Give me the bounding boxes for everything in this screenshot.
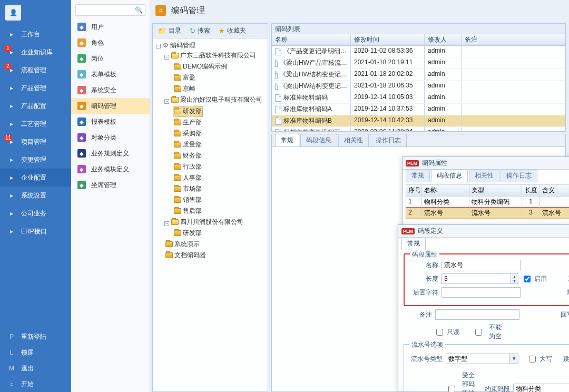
nav-item-1[interactable]: 1▸企业知识库 [0,43,71,61]
tree-node[interactable]: 生产部 [173,117,203,128]
tree-node[interactable]: 人事部 [173,173,203,183]
nav-item-9[interactable]: ▸系统设置 [0,187,71,204]
w2tab-general[interactable]: 常规 [401,237,426,250]
enable-checkbox[interactable]: 启用 [522,274,550,284]
tree-node[interactable]: 京崎 [173,84,197,94]
dtab-log[interactable]: 操作日志 [370,134,407,146]
win1-titlebar[interactable]: PLM 编码属性 — □ ✕ [403,157,569,170]
nav-item-3[interactable]: ▸产品管理 [0,79,71,97]
w1tab-relation[interactable]: 相关性 [469,169,499,182]
nav-item-6[interactable]: 11▸项目管理 [0,133,71,151]
nav-bottom-1[interactable]: L锁屏 [0,345,71,360]
submenu-item-3[interactable]: ◆表单模板 [71,66,150,82]
nav-item-7[interactable]: ▸变更管理 [0,151,71,169]
expand-icon[interactable]: − [156,44,161,48]
tree-node[interactable]: 梁山泊好汉电子科技有限公司 [170,95,263,105]
submenu-item-0[interactable]: ◆用户 [71,19,150,35]
table-row[interactable]: 标准库物料编码B2019-12-14 10:42:33admin [272,115,565,127]
uppercase-check[interactable] [529,356,536,362]
directory-tree[interactable]: −⚙ 编码管理 − 广东三品软件科技有限公司 DEMO编码示例 富盈 京崎 − … [153,38,268,391]
expand-icon[interactable]: − [164,221,169,226]
avatar[interactable]: 👤 [5,5,21,21]
suffix-input[interactable] [442,287,521,298]
expand-icon[interactable]: − [164,55,169,60]
tree-node[interactable]: 市场部 [173,184,203,194]
tree-node[interactable]: 富盈 [173,73,197,83]
tree-root[interactable]: ⚙ 编码管理 [162,41,197,51]
dtab-general[interactable]: 常规 [275,134,299,146]
tab-search[interactable]: ↻搜索 [187,25,213,36]
nav-item-2[interactable]: 2▸流程管理 [0,61,71,79]
submenu-item-4[interactable]: ◆系统安全 [71,82,150,98]
dtab-relation[interactable]: 相关性 [338,134,369,146]
seg-row[interactable]: 2流水号流水号3流水号00 [406,207,569,219]
tab-directory[interactable]: 📁目录 [155,25,184,36]
nav-item-8[interactable]: ▸企业配置 [0,169,71,187]
spin-up-icon[interactable]: ▲ [511,274,518,279]
nav-bottom-2[interactable]: M退出 [0,360,71,376]
nav-item-4[interactable]: ▸产品配置 [0,97,71,115]
full-constraint-check[interactable] [448,386,455,393]
segment-grid[interactable]: 序号 名称 类型 长度 含义 取 1物料分类物料分类编码12流水号流水号3流水号… [406,184,569,219]
table-row[interactable]: 归档文档变更流程工…2020-03-06 11:28:24admin [272,127,565,131]
nav-item-10[interactable]: ▸公司业务 [0,204,71,222]
table-row[interactable]: 《梁山HW产品审核流…2021-01-18 20:19:11admin [272,57,565,69]
w1tab-segment[interactable]: 码段信息 [431,169,468,182]
submenu-item-5[interactable]: ◆编码管理 [71,98,150,114]
length-spinner[interactable]: ▲▼ [442,273,518,284]
table-row[interactable]: 标准库物料编码2019-12-14 10:05:03admin [272,92,565,104]
tree-node[interactable]: 文档编码器 [164,250,207,260]
tree-node[interactable]: DEMO编码示例 [173,62,228,72]
remark-input[interactable] [435,309,519,320]
nav-bottom-0[interactable]: P重新登陆 [0,329,71,345]
dropdown-icon[interactable]: ▼ [509,354,518,364]
col-name[interactable]: 名称 [272,34,351,45]
tree-node[interactable]: 系统演示 [164,239,201,249]
table-row[interactable]: 《梁山HW结构变更记…2021-01-18 20:02:02admin [272,69,565,81]
nav-item-11[interactable]: ▸ERP接口 [0,222,71,240]
seg-col-idx[interactable]: 序号 [406,185,422,196]
sn-type-value[interactable] [446,354,509,364]
code-grid[interactable]: 名称 修改时间 修改人 备注 《产品变更记录明细…2020-11-02 08:5… [272,34,565,131]
search-icon[interactable]: 🔍 [135,6,143,14]
uppercase-checkbox[interactable]: 大写 [527,354,554,364]
tree-node[interactable]: 行政部 [173,162,203,172]
notempty-check[interactable] [475,329,482,336]
submenu-item-9[interactable]: ◆业务模块定义 [71,161,150,177]
win2-titlebar[interactable]: PLM 码段定义 □ ✕ [398,225,569,238]
nav-item-0[interactable]: ▸工作台 [0,25,71,43]
seg-col-mean[interactable]: 含义 [540,185,569,196]
col-editor[interactable]: 修改人 [425,34,462,45]
bind-value[interactable] [514,384,569,392]
table-row[interactable]: 《产品变更记录明细…2020-11-02 08:53:36admin [272,46,565,57]
nav-bottom-3[interactable]: ○开始 [0,376,71,392]
col-remark[interactable]: 备注 [462,34,525,45]
enable-check[interactable] [524,276,531,282]
tree-node[interactable]: 销售部 [173,195,203,205]
nav-item-5[interactable]: ▸工艺管理 [0,115,71,133]
tree-node[interactable]: 广东三品软件科技有限公司 [170,51,257,61]
readonly-checkbox[interactable]: 只读 [434,327,463,337]
spin-down-icon[interactable]: ▼ [511,279,518,283]
submenu-item-8[interactable]: ◆业务规则定义 [71,145,150,161]
tree-node[interactable]: 质量部 [173,140,203,150]
length-input[interactable] [442,274,511,283]
tab-favorite[interactable]: ★收藏夹 [215,25,249,36]
bind-combo[interactable]: ▼ [513,384,569,392]
seg-row[interactable]: 1物料分类物料分类编码1 [406,197,569,208]
table-row[interactable]: 标准库物料编码A2019-12-14 10:37:53admin [272,104,565,115]
w1tab-general[interactable]: 常规 [406,169,430,182]
tree-node[interactable]: 财务部 [173,151,203,161]
window-code-properties[interactable]: PLM 编码属性 — □ ✕ 常规 码段信息 相关性 操作日志 序号 名称 类型… [402,156,569,225]
submenu-item-1[interactable]: ◆角色 [71,35,150,51]
tree-node[interactable]: 四川川润股份有限公司 [170,217,244,227]
tree-node[interactable]: 研发部 [173,228,203,238]
col-mtime[interactable]: 修改时间 [351,34,425,45]
window-segment-define[interactable]: PLM 码段定义 □ ✕ 常规 码段属性 名称 类型 ▼ 长度 ▲▼ 启用 [398,224,569,392]
tree-node-selected[interactable]: 研发部 [173,106,203,117]
sn-type-combo[interactable]: ▼ [446,354,518,364]
expand-icon[interactable]: − [164,99,169,104]
tree-node[interactable]: 采购部 [173,129,203,139]
readonly-check[interactable] [436,329,443,336]
seg-col-type[interactable]: 类型 [469,185,522,196]
